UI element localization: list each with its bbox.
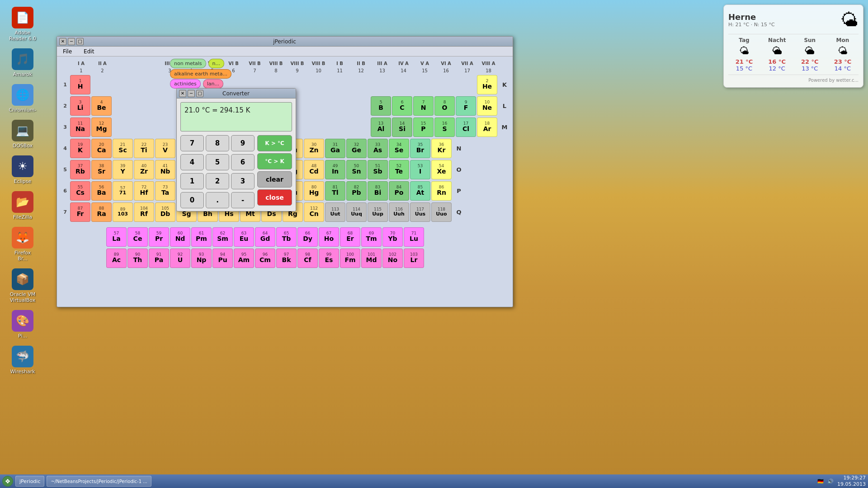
jperiodic-max-btn[interactable]: □ <box>76 38 84 45</box>
num-7-btn[interactable]: 7 <box>180 135 204 151</box>
element-B[interactable]: 5B <box>371 96 391 116</box>
element-At[interactable]: 85At <box>410 181 430 201</box>
legend-noble[interactable]: n... <box>208 59 224 68</box>
element-Ce[interactable]: 58Ce <box>127 227 148 247</box>
element-Tm[interactable]: 69Tm <box>361 227 382 247</box>
element-Tb[interactable]: 65Tb <box>276 227 297 247</box>
desktop-icon-oracle-vm[interactable]: 📦 Oracle VMVirtualBox <box>2 266 43 305</box>
element-No[interactable]: 102No <box>382 249 403 268</box>
desktop-icon-amarok[interactable]: 🎵 Amarok <box>2 46 43 80</box>
legend-actinides[interactable]: actinides <box>170 79 201 89</box>
element-Db[interactable]: 105Db <box>155 202 175 222</box>
element-Sr[interactable]: 38Sr <box>91 160 112 179</box>
desktop-icon-firefox[interactable]: 🦊 FirefoxBr... <box>2 225 43 264</box>
neg-btn[interactable]: - <box>231 192 255 208</box>
element-Cl[interactable]: 17Cl <box>456 117 476 137</box>
element-Rf[interactable]: 104Rf <box>134 202 154 222</box>
element-Pb[interactable]: 82Pb <box>346 181 367 201</box>
num-9-btn[interactable]: 9 <box>231 135 255 151</box>
desktop-icon-pix[interactable]: 🎨 Pi... <box>2 308 43 341</box>
element-Md[interactable]: 101Md <box>361 249 382 268</box>
element-Ac[interactable]: 89Ac <box>106 249 127 268</box>
element-Sn[interactable]: 50Sn <box>346 160 367 179</box>
element-Hg[interactable]: 80Hg <box>304 181 324 201</box>
element-Gd[interactable]: 64Gd <box>255 227 275 247</box>
legend-alkaline-earth[interactable]: alkaline earth meta... <box>170 69 231 79</box>
element-Rb[interactable]: 37Rb <box>70 160 90 179</box>
element-Y[interactable]: 39Y <box>113 160 133 179</box>
element-Li[interactable]: 3Li <box>70 96 90 116</box>
converter-close-win-btn[interactable]: ✕ <box>179 90 186 97</box>
element-Pa[interactable]: 91Pa <box>149 249 169 268</box>
desktop-icon-adobe[interactable]: 📄 AdobeReader 6.0 <box>2 5 43 44</box>
element-Es[interactable]: 99Es <box>319 249 339 268</box>
desktop-icon-chromium[interactable]: 🌐 Chromium- <box>2 82 43 115</box>
element-Cn[interactable]: 112Cn <box>304 202 324 222</box>
element-Hf[interactable]: 72Hf <box>134 181 154 201</box>
element-He[interactable]: 2He <box>477 75 497 94</box>
element-N[interactable]: 7N <box>413 96 434 116</box>
c-to-k-btn[interactable]: °C > K <box>257 153 292 169</box>
element-Br[interactable]: 35Br <box>410 139 430 158</box>
taskbar-netbeans-btn[interactable]: ~/NetBeansProjects/jPeriodic/jPeriodic-1… <box>47 476 151 487</box>
element-Kr[interactable]: 36Kr <box>431 139 452 158</box>
element-Pr[interactable]: 59Pr <box>149 227 169 247</box>
element-Ti[interactable]: 22Ti <box>134 139 154 158</box>
converter-min-btn[interactable]: ─ <box>188 90 195 97</box>
element-In[interactable]: 49In <box>325 160 345 179</box>
element-S[interactable]: 16S <box>434 117 455 137</box>
element-Al[interactable]: 13Al <box>371 117 391 137</box>
element-Ga[interactable]: 31Ga <box>325 139 345 158</box>
legend-lanthanides[interactable]: lan... <box>203 79 223 89</box>
element-Nd[interactable]: 60Nd <box>170 227 190 247</box>
element-Cs[interactable]: 55Cs <box>70 181 90 201</box>
element-Cd[interactable]: 48Cd <box>304 160 324 179</box>
element-As[interactable]: 33As <box>368 139 388 158</box>
element-Sb[interactable]: 51Sb <box>368 160 388 179</box>
element-Ba[interactable]: 56Ba <box>91 181 112 201</box>
element-La[interactable]: 57La <box>106 227 127 247</box>
desktop-icon-filezilla[interactable]: 📂 FileZilla <box>2 189 43 222</box>
element-P[interactable]: 15P <box>413 117 434 137</box>
num-6-btn[interactable]: 6 <box>231 154 255 170</box>
element-O[interactable]: 8O <box>434 96 455 116</box>
dot-btn[interactable]: . <box>206 192 229 208</box>
element-89-103[interactable]: 89103 <box>113 202 133 222</box>
num-8-btn[interactable]: 8 <box>206 135 229 151</box>
element-Sc[interactable]: 21Sc <box>113 139 133 158</box>
element-57-71[interactable]: 5771 <box>113 181 133 201</box>
desktop-icon-wireshark[interactable]: 🦈 Wireshark <box>2 343 43 377</box>
element-U[interactable]: 92U <box>170 249 190 268</box>
element-Er[interactable]: 68Er <box>340 227 360 247</box>
converter-max-btn[interactable]: □ <box>196 90 203 97</box>
menu-file[interactable]: File <box>59 47 75 56</box>
element-Xe[interactable]: 54Xe <box>431 160 452 179</box>
desktop-icon-dosbox[interactable]: 💻 DOSBox <box>2 117 43 151</box>
element-Bi[interactable]: 83Bi <box>368 181 388 201</box>
element-Ge[interactable]: 32Ge <box>346 139 367 158</box>
element-Pm[interactable]: 61Pm <box>191 227 212 247</box>
element-Yb[interactable]: 70Yb <box>382 227 403 247</box>
element-Bk[interactable]: 97Bk <box>276 249 297 268</box>
element-Ta[interactable]: 73Ta <box>155 181 175 201</box>
element-Fm[interactable]: 100Fm <box>340 249 360 268</box>
element-Se[interactable]: 34Se <box>389 139 409 158</box>
element-Pu[interactable]: 94Pu <box>212 249 233 268</box>
element-Tl[interactable]: 81Tl <box>325 181 345 201</box>
element-Uuq[interactable]: 114Uuq <box>346 202 367 222</box>
element-Mg[interactable]: 12Mg <box>91 117 112 137</box>
element-H[interactable]: 1H <box>70 75 90 94</box>
taskbar-jperiodic-btn[interactable]: jPeriodic <box>15 476 44 487</box>
element-Nb[interactable]: 41Nb <box>155 160 175 179</box>
element-V[interactable]: 23V <box>155 139 175 158</box>
element-Ra[interactable]: 88Ra <box>91 202 112 222</box>
volume-icon[interactable]: 🔊 <box>827 479 834 484</box>
num-0-btn[interactable]: 0 <box>180 192 204 208</box>
element-Na[interactable]: 11Na <box>70 117 90 137</box>
num-4-btn[interactable]: 4 <box>180 154 204 170</box>
element-Dy[interactable]: 66Dy <box>297 227 318 247</box>
element-Lr[interactable]: 103Lr <box>404 249 424 268</box>
element-Po[interactable]: 84Po <box>389 181 409 201</box>
element-I[interactable]: 53I <box>410 160 430 179</box>
element-Ne[interactable]: 10Ne <box>477 96 497 116</box>
